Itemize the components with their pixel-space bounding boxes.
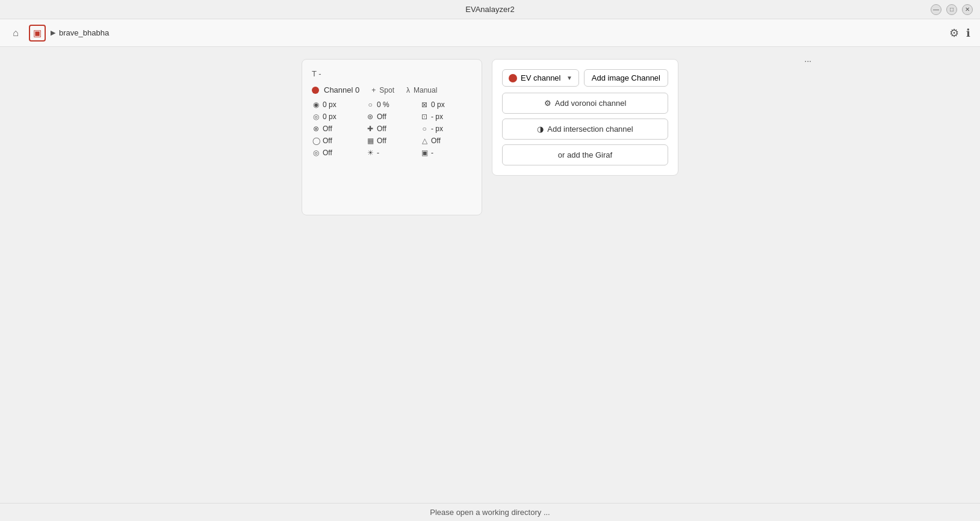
folder-icon[interactable]: ▣ bbox=[29, 25, 46, 42]
grid-icon: ▦ bbox=[366, 137, 374, 145]
mask-icon: ⊗ bbox=[312, 125, 320, 133]
circle-icon: ○ bbox=[420, 125, 429, 133]
size-icon: ⊠ bbox=[420, 100, 429, 109]
radius-value: 0 px bbox=[323, 113, 336, 121]
channel-name[interactable]: Channel 0 bbox=[324, 85, 359, 94]
blur-icon: ◉ bbox=[312, 100, 320, 109]
more-options[interactable]: ... bbox=[804, 54, 811, 64]
close-button[interactable]: ✕ bbox=[962, 4, 973, 15]
play-icon: ▶ bbox=[51, 29, 55, 37]
ev-dot bbox=[509, 74, 517, 82]
prop-offset: ⊡ - px bbox=[420, 113, 472, 121]
blur-value: 0 px bbox=[323, 100, 336, 109]
nav-bar: ⌂ ▣ ▶ brave_bhabha ⚙ ℹ bbox=[0, 19, 980, 47]
lambda-icon: λ bbox=[406, 86, 410, 94]
dropdown-arrow: ▼ bbox=[566, 75, 572, 81]
prop-blur: ◉ 0 px bbox=[312, 100, 364, 109]
prop-size: ⊠ 0 px bbox=[420, 100, 472, 109]
panel-title: T - bbox=[312, 69, 472, 78]
light-value: - bbox=[377, 149, 379, 157]
prop-circle: ○ - px bbox=[420, 125, 472, 133]
add-intersection-button[interactable]: ◑ Add intersection channel bbox=[502, 119, 668, 140]
prop-drop: ◯ Off bbox=[312, 137, 364, 145]
prop-radius: ◎ 0 px bbox=[312, 113, 364, 121]
nav-left: ⌂ ▣ ▶ brave_bhabha bbox=[7, 25, 109, 42]
channel-dropdown-label: EV channel bbox=[521, 73, 561, 82]
target-icon: ◎ bbox=[312, 149, 320, 157]
home-icon[interactable]: ⌂ bbox=[7, 25, 24, 42]
window-controls[interactable]: — □ ✕ bbox=[931, 4, 973, 15]
size-value: 0 px bbox=[431, 100, 445, 109]
offset-icon: ⊡ bbox=[420, 113, 429, 121]
props-grid: ◉ 0 px ○ 0 % ⊠ 0 px ◎ 0 px ⊛ bbox=[312, 100, 472, 157]
prop-stroke: ⊛ Off bbox=[366, 113, 418, 121]
prop-cross: ✚ Off bbox=[366, 125, 418, 133]
light-icon: ☀ bbox=[366, 149, 374, 157]
target-value: Off bbox=[323, 149, 332, 157]
minimize-button[interactable]: — bbox=[931, 4, 941, 15]
drop-value: Off bbox=[323, 137, 332, 145]
add-image-channel-button[interactable]: Add image Channel bbox=[584, 69, 668, 87]
opacity-icon: ○ bbox=[366, 100, 374, 109]
main-content: ... T - Channel 0 + Spot λ Manual ◉ 0 px bbox=[0, 47, 980, 503]
square-icon: ▣ bbox=[420, 149, 429, 157]
prop-mask: ⊗ Off bbox=[312, 125, 364, 133]
circle-value: - px bbox=[431, 125, 443, 133]
add-voronoi-button[interactable]: ⚙ Add voronoi channel bbox=[502, 93, 668, 114]
drop-icon: ◯ bbox=[312, 137, 320, 145]
offset-value: - px bbox=[431, 113, 443, 121]
add-giraf-label: or add the Giraf bbox=[558, 150, 612, 159]
prop-light: ☀ - bbox=[366, 149, 418, 157]
prop-triangle: △ Off bbox=[420, 137, 472, 145]
breadcrumb-label: brave_bhabha bbox=[59, 28, 109, 37]
channel-dropdown[interactable]: EV channel ▼ bbox=[502, 69, 579, 87]
add-intersection-label: Add intersection channel bbox=[547, 125, 633, 134]
maximize-button[interactable]: □ bbox=[946, 4, 957, 15]
prop-grid: ▦ Off bbox=[366, 137, 418, 145]
breadcrumb: ▶ brave_bhabha bbox=[51, 28, 109, 37]
opacity-value: 0 % bbox=[377, 100, 389, 109]
info-icon[interactable]: ℹ bbox=[966, 26, 970, 40]
right-panel: EV channel ▼ Add image Channel ⚙ Add vor… bbox=[492, 59, 678, 176]
channel-row: Channel 0 + Spot λ Manual bbox=[312, 85, 472, 94]
add-voronoi-label: Add voronoi channel bbox=[555, 99, 627, 108]
voronoi-icon: ⚙ bbox=[544, 99, 551, 108]
intersection-icon: ◑ bbox=[537, 125, 544, 134]
title-bar: EVAnalayzer2 — □ ✕ bbox=[0, 0, 980, 19]
prop-target: ◎ Off bbox=[312, 149, 364, 157]
triangle-icon: △ bbox=[420, 137, 429, 145]
spot-label: Spot bbox=[379, 86, 394, 94]
gear-icon[interactable]: ⚙ bbox=[949, 26, 959, 40]
stroke-icon: ⊛ bbox=[366, 113, 374, 121]
cross-value: Off bbox=[377, 125, 386, 133]
mask-value: Off bbox=[323, 125, 332, 133]
channel-selector-row: EV channel ▼ Add image Channel bbox=[502, 69, 668, 87]
spot-icon: + bbox=[371, 86, 376, 94]
status-bar: Please open a working directory ... bbox=[0, 503, 980, 521]
square-value: - bbox=[431, 149, 433, 157]
window-title: EVAnalayzer2 bbox=[465, 5, 514, 14]
add-giraf-button[interactable]: or add the Giraf bbox=[502, 144, 668, 165]
grid-value: Off bbox=[377, 137, 386, 145]
status-text: Please open a working directory ... bbox=[430, 508, 550, 517]
cross-icon: ✚ bbox=[366, 125, 374, 133]
triangle-value: Off bbox=[431, 137, 441, 145]
nav-right: ⚙ ℹ bbox=[949, 26, 970, 40]
prop-opacity: ○ 0 % bbox=[366, 100, 418, 109]
mode-label: Manual bbox=[414, 86, 437, 94]
panels-container: T - Channel 0 + Spot λ Manual ◉ 0 px ○ bbox=[302, 59, 678, 503]
prop-square: ▣ - bbox=[420, 149, 472, 157]
channel-dot bbox=[312, 87, 319, 94]
stroke-value: Off bbox=[377, 113, 386, 121]
left-panel: T - Channel 0 + Spot λ Manual ◉ 0 px ○ bbox=[302, 59, 482, 215]
radius-icon: ◎ bbox=[312, 113, 320, 121]
